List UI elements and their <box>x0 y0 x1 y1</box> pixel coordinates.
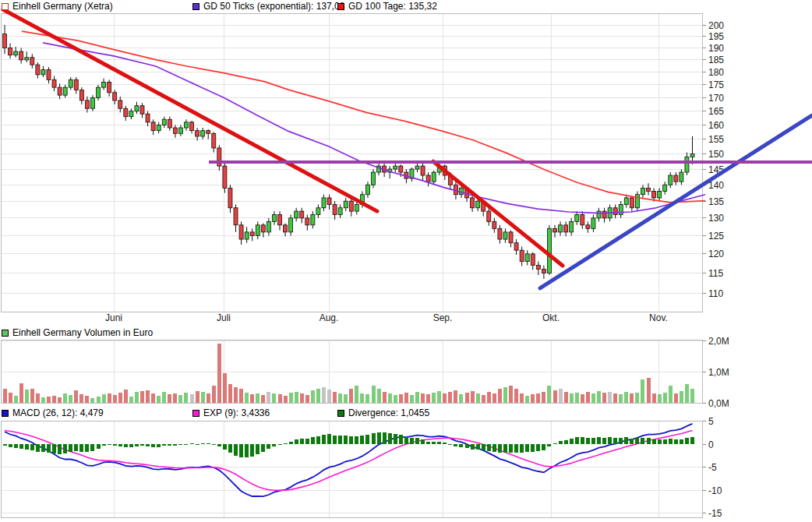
svg-text:Sep.: Sep. <box>433 312 453 323</box>
ma50-line <box>43 43 705 213</box>
legend-label: Divergence: 1,0455 <box>348 407 429 419</box>
candlestick-series-marker-icon <box>2 3 9 10</box>
svg-text:185: 185 <box>708 55 724 65</box>
svg-text:160: 160 <box>708 120 724 131</box>
svg-text:130: 130 <box>708 213 724 224</box>
legend-label: Einhell Germany Volumen in Euro <box>12 327 153 339</box>
svg-text:115: 115 <box>708 268 723 279</box>
legend-item-volume: Einhell Germany Volumen in Euro <box>2 327 153 339</box>
svg-text:1,0M: 1,0M <box>708 367 729 378</box>
macd-marker-icon <box>2 410 9 417</box>
volume-bars <box>3 344 695 403</box>
gd50-marker-icon <box>192 3 199 10</box>
macd-grid: 50-5-10-15 <box>1 416 722 519</box>
svg-text:125: 125 <box>708 231 724 242</box>
svg-text:165: 165 <box>708 106 724 117</box>
price-legend: Einhell Germany (Xetra) GD 50 Ticks (exp… <box>0 1 812 13</box>
svg-text:200: 200 <box>708 20 724 31</box>
legend-item-gd50: GD 50 Ticks (exponential): 137,08 <box>192 1 344 12</box>
trendline-uptrend-line <box>540 115 812 288</box>
svg-text:155: 155 <box>708 134 724 145</box>
legend-label: MACD (26, 12): 4,479 <box>12 407 104 419</box>
svg-text:Okt.: Okt. <box>542 312 560 323</box>
legend-item-gd100: GD 100 Tage: 135,32 <box>337 1 437 12</box>
trendline-downtrend-line-1 <box>3 9 377 211</box>
svg-text:135: 135 <box>708 196 724 207</box>
legend-label: EXP (9): 3,4336 <box>203 407 270 419</box>
legend-item-exp: EXP (9): 3,4336 <box>192 407 270 419</box>
svg-text:110: 110 <box>708 288 723 299</box>
svg-text:Juni: Juni <box>105 312 122 323</box>
svg-text:170: 170 <box>708 93 724 104</box>
divergence-marker-icon <box>337 410 344 417</box>
legend-label: Einhell Germany (Xetra) <box>12 1 113 12</box>
macd-legend: MACD (26, 12): 4,479 EXP (9): 3,4336 Div… <box>0 407 812 420</box>
svg-text:-15: -15 <box>708 508 722 519</box>
volume-legend: Einhell Germany Volumen in Euro <box>0 327 812 340</box>
trendline-downtrend-line-2 <box>433 161 563 266</box>
svg-text:0: 0 <box>708 439 714 450</box>
macd-histogram <box>3 432 695 458</box>
exp-marker-icon <box>192 410 199 417</box>
svg-text:175: 175 <box>708 79 724 90</box>
svg-text:195: 195 <box>708 31 724 42</box>
price-grid: 2001951901851801751701651601551501451401… <box>1 13 724 323</box>
legend-item-series: Einhell Germany (Xetra) <box>2 1 113 12</box>
volume-marker-icon <box>2 330 9 337</box>
macd-lines <box>5 424 693 496</box>
svg-text:-10: -10 <box>708 485 722 496</box>
gd100-marker-icon <box>337 3 344 10</box>
svg-text:Nov.: Nov. <box>649 312 668 323</box>
svg-text:Juli: Juli <box>217 312 231 323</box>
legend-item-divergence: Divergence: 1,0455 <box>337 407 429 419</box>
svg-text:Aug.: Aug. <box>320 312 339 323</box>
stock-chart-page: 2001951901851801751701651601551501451401… <box>0 0 812 522</box>
svg-text:150: 150 <box>708 149 724 160</box>
svg-text:-5: -5 <box>708 462 717 473</box>
svg-text:180: 180 <box>708 67 724 78</box>
legend-label: GD 50 Ticks (exponential): 137,08 <box>203 1 344 12</box>
legend-label: GD 100 Tage: 135,32 <box>348 1 437 12</box>
chart-canvas: 2001951901851801751701651601551501451401… <box>0 0 812 522</box>
legend-item-macd: MACD (26, 12): 4,479 <box>2 407 104 419</box>
svg-text:190: 190 <box>708 43 724 54</box>
svg-text:120: 120 <box>708 249 724 259</box>
